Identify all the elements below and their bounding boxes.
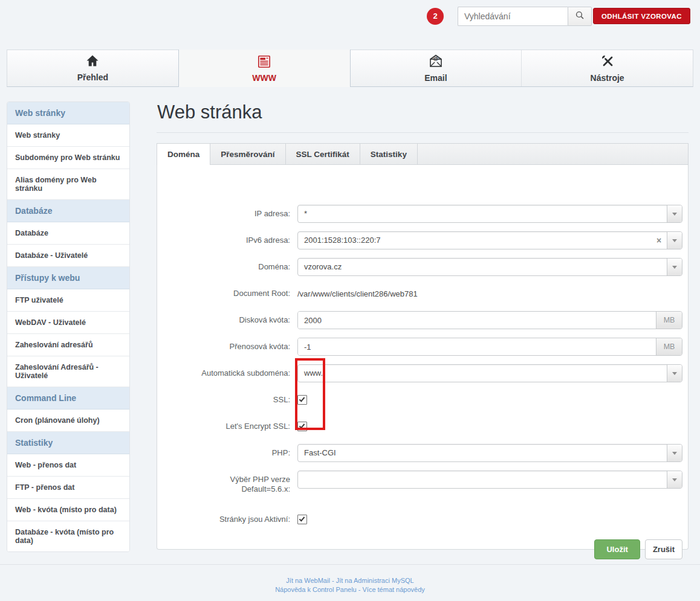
domain-select[interactable]: vzorova.cz: [297, 258, 682, 276]
sidebar-section-statistiky[interactable]: Statistiky: [7, 432, 129, 454]
ssl-checkbox[interactable]: [297, 395, 307, 405]
form-row-php: PHP: Fast-CGI: [157, 444, 682, 462]
chevron-down-icon[interactable]: [667, 445, 682, 461]
domain-label: Doména:: [157, 262, 297, 272]
cancel-button[interactable]: Zrušit: [645, 539, 682, 559]
sidebar-section-web-stranky[interactable]: Web stránky: [7, 102, 129, 124]
search-group: [458, 7, 592, 26]
traffic-quota-unit: MB: [656, 338, 682, 355]
ipv6-label: IPv6 adresa:: [157, 236, 297, 245]
logout-button[interactable]: ODHLÁSIT VZOROVAC: [593, 8, 690, 24]
ip-label: IP adresa:: [157, 209, 297, 219]
sidebar-item-databaze[interactable]: Databáze: [7, 222, 129, 245]
letsencrypt-label: Let's Encrypt SSL:: [157, 422, 297, 431]
docroot-value: /var/www/clients/client286/web781: [297, 289, 418, 298]
tab-presmerovani[interactable]: Přesměrování: [210, 144, 285, 164]
sidebar-section-pristupy[interactable]: Přístupy k webu: [7, 267, 129, 289]
page-title: Web stránka: [157, 101, 689, 133]
sidebar-item-alias-domeny[interactable]: Alias domény pro Web stránku: [7, 169, 129, 200]
notification-badge[interactable]: 2: [427, 8, 444, 25]
footer-link-more-help[interactable]: Více témat nápovědy: [362, 586, 424, 593]
active-label: Stránky jsou Aktivní:: [157, 515, 297, 524]
sidebar-item-webdav[interactable]: WebDAV - Uživatelé: [7, 312, 129, 334]
top-bar: 2 ODHLÁSIT VZOROVAC: [0, 0, 700, 36]
chevron-down-icon[interactable]: [667, 259, 682, 275]
php-version-select[interactable]: [297, 471, 682, 489]
auto-subdomain-select[interactable]: www.: [297, 364, 682, 382]
email-icon: @: [428, 54, 444, 71]
footer-link-help[interactable]: Nápověda k Control Panelu: [275, 586, 357, 593]
footer-link-mysql[interactable]: Jít na Administraci MySQL: [336, 577, 414, 584]
php-select[interactable]: Fast-CGI: [297, 444, 682, 462]
sidebar-item-subdomeny[interactable]: Subdomény pro Web stránku: [7, 147, 129, 169]
www-icon: [258, 55, 271, 71]
sidebar: Web stránky Web stránky Subdomény pro We…: [7, 101, 130, 552]
nav-tab-prehled[interactable]: Přehled: [7, 50, 179, 86]
sidebar-section-databaze[interactable]: Databáze: [7, 200, 129, 222]
nav-tab-email[interactable]: @ Email: [351, 50, 522, 86]
nav-tab-nastroje[interactable]: Nástroje: [522, 50, 693, 86]
disk-quota-label: Disková kvóta:: [157, 315, 297, 325]
sidebar-item-ftp-prenos[interactable]: FTP - přenos dat: [7, 477, 129, 499]
nav-tab-label: Nástroje: [591, 73, 624, 83]
chevron-down-icon[interactable]: [667, 365, 682, 382]
nav-tab-label: WWW: [252, 73, 276, 83]
ipv6-select-value: 2001:1528:103::220:7: [298, 232, 651, 249]
tab-statistiky[interactable]: Statistiky: [360, 144, 418, 164]
form-row-traffic-quota: Přenosová kvóta: MB: [157, 338, 682, 356]
tab-ssl-certifikat[interactable]: SSL Certifikát: [286, 144, 360, 164]
nav-tab-label: Přehled: [77, 72, 108, 82]
disk-quota-unit: MB: [656, 312, 682, 329]
disk-quota-input[interactable]: [298, 312, 656, 329]
form-row-active: Stránky jsou Aktivní:: [157, 510, 682, 529]
sidebar-item-cron[interactable]: Cron (plánované úlohy): [7, 410, 129, 432]
sidebar-item-web-kvota[interactable]: Web - kvóta (místo pro data): [7, 499, 129, 521]
form-row-disk-quota: Disková kvóta: MB: [157, 311, 682, 329]
form-row-ssl: SSL:: [157, 391, 682, 409]
search-button[interactable]: [568, 7, 592, 26]
main-panel: Web stránka Doména Přesměrování SSL Cert…: [157, 101, 689, 550]
form-row-ipv6: IPv6 adresa: 2001:1528:103::220:7 ×: [157, 231, 682, 249]
form-row-domain: Doména: vzorova.cz: [157, 258, 682, 276]
main-nav: Přehled WWW @ Email: [7, 50, 693, 87]
active-checkbox[interactable]: [297, 515, 307, 524]
svg-text:@: @: [433, 56, 438, 62]
chevron-down-icon[interactable]: [667, 205, 682, 222]
php-version-value: [298, 471, 667, 488]
footer: Jít na WebMail - Jít na Administraci MyS…: [0, 564, 700, 601]
tools-icon: [600, 54, 615, 71]
search-input[interactable]: [458, 7, 568, 26]
clear-icon[interactable]: ×: [651, 232, 667, 249]
ipv6-select[interactable]: 2001:1528:103::220:7 ×: [297, 231, 682, 249]
content-row: Web stránky Web stránky Subdomény pro We…: [7, 101, 689, 552]
home-icon: [85, 54, 100, 70]
save-button[interactable]: Uložit: [594, 539, 640, 559]
traffic-quota-input[interactable]: [298, 338, 656, 355]
nav-tab-www[interactable]: WWW: [178, 50, 351, 87]
form-row-auto-subdomain: Automatická subdoména: www.: [157, 364, 682, 382]
chevron-down-icon[interactable]: [667, 471, 682, 488]
form-row-docroot: Document Root: /var/www/clients/client28…: [157, 284, 682, 303]
php-label: PHP:: [157, 448, 297, 458]
footer-link-webmail[interactable]: Jít na WebMail: [286, 577, 330, 584]
ip-select-value: *: [298, 205, 667, 222]
php-version-label: Výběr PHP verze Default=5.6.x:: [157, 471, 297, 494]
sidebar-section-command-line[interactable]: Command Line: [7, 387, 129, 410]
sidebar-item-zaheslovani-uzivatele[interactable]: Zaheslování Adresářů - Uživatelé: [7, 356, 129, 387]
sidebar-item-web-prenos[interactable]: Web - přenos dat: [7, 454, 129, 477]
chevron-down-icon[interactable]: [667, 232, 682, 249]
auto-subdomain-label: Automatická subdoména:: [157, 368, 297, 378]
sidebar-item-web-stranky[interactable]: Web stránky: [7, 124, 129, 147]
letsencrypt-checkbox[interactable]: [297, 422, 307, 431]
ip-select[interactable]: *: [297, 205, 682, 223]
tab-domena[interactable]: Doména: [157, 144, 210, 165]
form-row-letsencrypt: Let's Encrypt SSL:: [157, 417, 682, 435]
search-icon: [575, 10, 585, 22]
sidebar-item-databaze-uzivatele[interactable]: Databáze - Uživatelé: [7, 245, 129, 267]
sidebar-item-zaheslovani[interactable]: Zaheslování adresářů: [7, 334, 129, 356]
sidebar-item-ftp-uzivatele[interactable]: FTP uživatelé: [7, 289, 129, 312]
form-row-php-version: Výběr PHP verze Default=5.6.x:: [157, 471, 682, 502]
detail-tabs: Doména Přesměrování SSL Certifikát Stati…: [157, 143, 689, 165]
form-actions: Uložit Zrušit: [157, 539, 682, 559]
sidebar-item-databaze-kvota[interactable]: Databáze - kvóta (místo pro data): [7, 521, 129, 551]
